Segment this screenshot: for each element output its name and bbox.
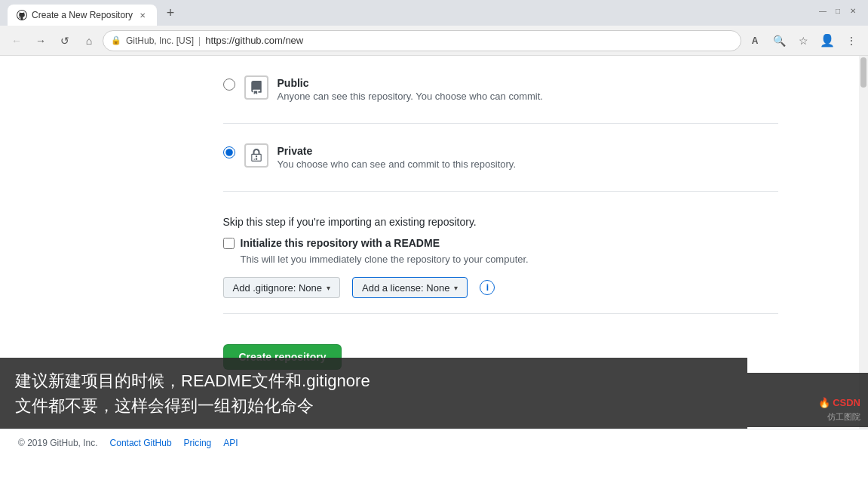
visibility-section: Public Anyone can see this repository. Y… [223, 56, 778, 179]
nav-right-controls: A 🔍 ☆ 👤 ⋮ [744, 30, 862, 51]
favicon [17, 10, 27, 20]
skip-text: Skip this step if you're importing an ex… [223, 216, 778, 228]
readme-checkbox[interactable] [223, 238, 235, 249]
tab-bar: Create a New Repository ✕ + — □ ✕ [0, 0, 868, 26]
forward-btn[interactable]: → [30, 30, 51, 51]
readme-checkbox-row[interactable]: Initialize this repository with a README [223, 237, 778, 249]
address-bar[interactable]: 🔒 GitHub, Inc. [US] | https://github.com… [103, 30, 741, 51]
dropdowns-row: Add .gitignore: None ▾ Add a license: No… [223, 277, 778, 298]
public-icon [250, 81, 263, 94]
public-radio[interactable] [223, 78, 235, 91]
private-radio[interactable] [223, 146, 235, 158]
license-dropdown[interactable]: Add a license: None ▾ [352, 277, 468, 298]
nav-bar: ← → ↺ ⌂ 🔒 GitHub, Inc. [US] | https://gi… [0, 26, 868, 56]
maximize-btn[interactable]: □ [832, 5, 844, 17]
window-controls: — □ ✕ [817, 5, 859, 17]
translate-btn[interactable]: A [744, 30, 765, 51]
api-link[interactable]: API [223, 438, 238, 448]
csdn-flame: 🔥 [818, 397, 830, 408]
contact-link[interactable]: Contact GitHub [110, 438, 172, 448]
divider-2 [223, 191, 778, 192]
private-option[interactable]: Private You choose who can see and commi… [223, 136, 778, 179]
csdn-text: CSDN [833, 397, 860, 408]
license-label: Add a license: None [362, 282, 449, 294]
gitignore-label: Add .gitignore: None [233, 282, 323, 294]
subtitle-line1: 建议新建项目的时候，README文件和.gitignore [15, 368, 732, 393]
public-option[interactable]: Public Anyone can see this repository. Y… [223, 68, 778, 111]
zoom-btn[interactable]: 🔍 [768, 30, 790, 51]
overlay-subtitle: 建议新建项目的时候，README文件和.gitignore 文件都不要，这样会得… [0, 358, 747, 429]
divider-3 [223, 313, 778, 314]
license-arrow: ▾ [454, 284, 458, 292]
readme-label: Initialize this repository with a README [241, 237, 440, 249]
menu-btn[interactable]: ⋮ [841, 30, 862, 51]
csdn-watermark: 🔥 CSDN 仿工图院 [747, 373, 868, 427]
tab-title: Create a New Repository [32, 10, 133, 20]
private-option-text: Private You choose who can see and commi… [278, 145, 517, 170]
refresh-btn[interactable]: ↺ [54, 30, 75, 51]
copyright: © 2019 GitHub, Inc. [18, 438, 98, 448]
private-icon-box [244, 143, 268, 168]
init-section: Skip this step if you're importing an ex… [223, 204, 778, 382]
csdn-logo: 🔥 CSDN [818, 397, 860, 408]
tab-close-btn[interactable]: ✕ [137, 10, 148, 20]
close-btn[interactable]: ✕ [847, 5, 859, 17]
footer: © 2019 GitHub, Inc. Contact GitHub Prici… [0, 429, 868, 456]
readme-desc: This will let you immediately clone the … [241, 254, 778, 265]
gitignore-dropdown[interactable]: Add .gitignore: None ▾ [223, 277, 341, 298]
csdn-sub: 仿工图院 [827, 411, 860, 423]
page-content: Public Anyone can see this repository. Y… [0, 56, 868, 456]
back-btn[interactable]: ← [6, 30, 27, 51]
new-tab-btn[interactable]: + [160, 2, 181, 23]
user-btn[interactable]: 👤 [817, 30, 838, 51]
bookmark-btn[interactable]: ☆ [793, 30, 814, 51]
minimize-btn[interactable]: — [817, 5, 829, 17]
divider-1 [223, 123, 778, 124]
url-text: https://github.com/new [205, 35, 303, 46]
public-option-text: Public Anyone can see this repository. Y… [278, 77, 543, 102]
active-tab[interactable]: Create a New Repository ✕ [8, 5, 157, 26]
lock-icon: 🔒 [111, 35, 121, 45]
url-company: GitHub, Inc. [US] [126, 35, 194, 46]
info-icon[interactable]: i [480, 280, 495, 295]
gitignore-arrow: ▾ [327, 284, 330, 292]
public-icon-box [244, 75, 268, 100]
url-separator: | [198, 35, 201, 46]
home-btn[interactable]: ⌂ [78, 30, 100, 51]
lock-icon [250, 149, 262, 162]
scrollbar-thumb[interactable] [860, 57, 866, 88]
subtitle-line2: 文件都不要，这样会得到一组初始化命令 [15, 393, 732, 418]
pricing-link[interactable]: Pricing [184, 438, 212, 448]
